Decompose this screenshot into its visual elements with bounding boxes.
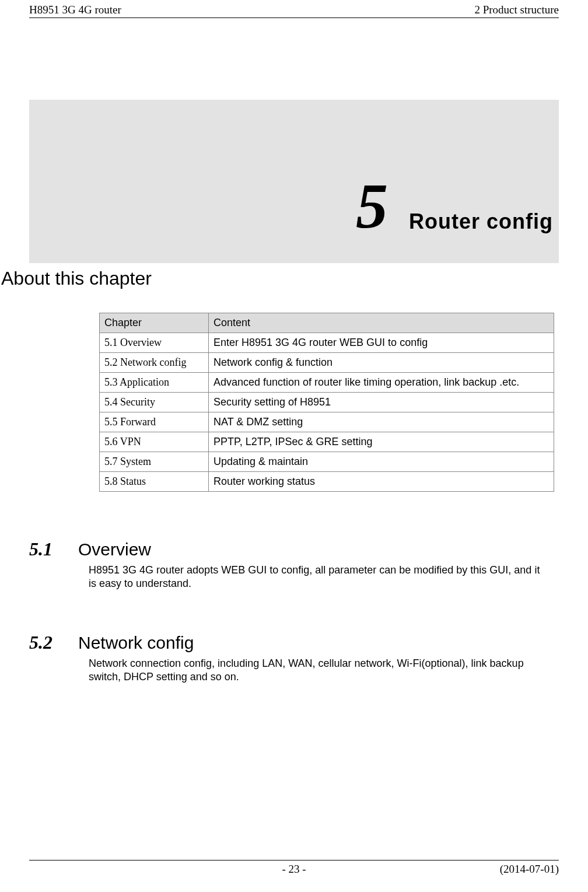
table-cell-content: PPTP, L2TP, IPSec & GRE setting bbox=[209, 432, 554, 452]
table-row: 5.8 Status Router working status bbox=[100, 472, 554, 492]
section-heading-row: 5.2 Network config bbox=[29, 632, 559, 653]
table-header-chapter: Chapter bbox=[100, 313, 209, 333]
table-row: 5.5 Forward NAT & DMZ setting bbox=[100, 412, 554, 432]
section-title: Overview bbox=[78, 540, 151, 559]
section-number: 5.1 bbox=[29, 538, 70, 560]
table-row: 5.2 Network config Network config & func… bbox=[100, 353, 554, 373]
table-cell-chapter: 5.1 Overview bbox=[100, 333, 209, 353]
table-cell-chapter: 5.2 Network config bbox=[100, 353, 209, 373]
table-cell-content: Enter H8951 3G 4G router WEB GUI to conf… bbox=[209, 333, 554, 353]
table-cell-chapter: 5.4 Security bbox=[100, 393, 209, 412]
table-cell-content: Advanced function of router like timing … bbox=[209, 373, 554, 393]
table-row: 5.6 VPN PPTP, L2TP, IPSec & GRE setting bbox=[100, 432, 554, 452]
table-cell-chapter: 5.3 Application bbox=[100, 373, 209, 393]
section-body: Network connection config, including LAN… bbox=[89, 657, 544, 684]
page: H8951 3G 4G router 2 Product structure 5… bbox=[0, 0, 588, 892]
chapter-table: Chapter Content 5.1 Overview Enter H8951… bbox=[99, 313, 554, 492]
section-title: Network config bbox=[78, 633, 194, 653]
table-header-content: Content bbox=[209, 313, 554, 333]
table-header-row: Chapter Content bbox=[100, 313, 554, 333]
table-row: 5.7 System Updating & maintain bbox=[100, 452, 554, 472]
table-cell-content: NAT & DMZ setting bbox=[209, 412, 554, 432]
table-cell-content: Network config & function bbox=[209, 353, 554, 373]
about-this-chapter-heading: About this chapter bbox=[1, 268, 559, 289]
table-row: 5.1 Overview Enter H8951 3G 4G router WE… bbox=[100, 333, 554, 353]
table-row: 5.3 Application Advanced function of rou… bbox=[100, 373, 554, 393]
chapter-title: Router config bbox=[409, 209, 553, 234]
table-cell-chapter: 5.7 System bbox=[100, 452, 209, 472]
table-cell-chapter: 5.8 Status bbox=[100, 472, 209, 492]
table-cell-content: Updating & maintain bbox=[209, 452, 554, 472]
page-footer: - 23 - (2014-07-01) bbox=[29, 860, 559, 876]
table-row: 5.4 Security Security setting of H8951 bbox=[100, 393, 554, 412]
header-left: H8951 3G 4G router bbox=[29, 4, 121, 16]
table-cell-content: Security setting of H8951 bbox=[209, 393, 554, 412]
table-cell-chapter: 5.6 VPN bbox=[100, 432, 209, 452]
chapter-banner: 5 Router config bbox=[29, 100, 559, 263]
header-right: 2 Product structure bbox=[474, 4, 559, 16]
page-header: H8951 3G 4G router 2 Product structure bbox=[29, 0, 559, 18]
section-heading-row: 5.1 Overview bbox=[29, 538, 559, 560]
section-5-1: 5.1 Overview H8951 3G 4G router adopts W… bbox=[29, 538, 559, 591]
footer-date: (2014-07-01) bbox=[500, 863, 559, 876]
section-5-2: 5.2 Network config Network connection co… bbox=[29, 632, 559, 684]
section-number: 5.2 bbox=[29, 632, 70, 653]
table-cell-content: Router working status bbox=[209, 472, 554, 492]
footer-page-number: - 23 - bbox=[282, 863, 306, 876]
table-cell-chapter: 5.5 Forward bbox=[100, 412, 209, 432]
section-body: H8951 3G 4G router adopts WEB GUI to con… bbox=[89, 564, 544, 591]
chapter-number: 5 bbox=[356, 190, 388, 222]
